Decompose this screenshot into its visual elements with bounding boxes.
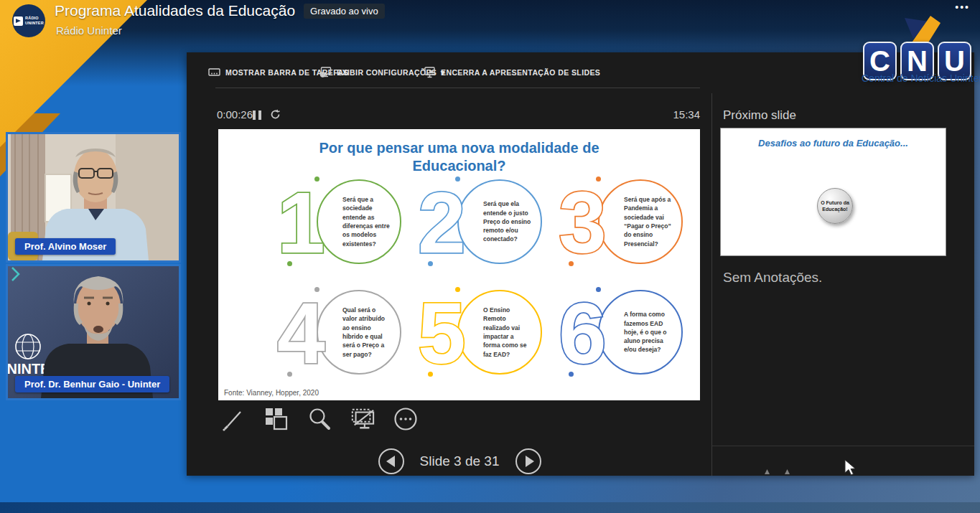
svg-text:2: 2 [418,174,466,270]
black-screen-icon[interactable] [350,405,375,433]
preview-circle-button: O Futuro da Educação! [817,188,853,224]
mouse-cursor [844,459,857,476]
slide-counter: Slide 3 de 31 [406,453,513,469]
preview-slide-title: Desafios ao futuro da Educação... [721,138,946,149]
current-slide: Por que pensar uma nova modalidade de Ed… [218,129,700,400]
presenter-view-window: MOSTRAR BARRA DE TAREFAS EXIBIR CONFIGUR… [187,52,974,476]
next-slide-heading: Próximo slide [723,108,796,123]
radio-logo-text: RÁDIOUNINTER [25,16,44,25]
slide-item-6: A forma como fazemos EAD hoje, é o que o… [559,287,699,379]
svg-text:3: 3 [559,174,607,270]
display-settings-icon [319,67,332,77]
cnu-caption: Central de Notícias Uninter [862,72,980,84]
end-slideshow-button[interactable]: ENCERRA A APRESENTAÇÃO DE SLIDES [424,67,600,77]
webcam-feed-benhur: UNINTER® Prof. Dr. Benhur Gaio - Uninter [6,264,181,400]
elapsed-timer: 0:00:26 [217,108,253,121]
stream-page: RÁDIOUNINTER Programa Atualidades da Edu… [0,0,980,513]
see-all-slides-icon[interactable] [264,405,289,433]
notes-divider [711,446,974,446]
radio-play-icon [14,17,23,26]
current-time: 15:34 [628,108,700,121]
channel-name: Rádio Uninter [56,24,122,37]
svg-text:4: 4 [277,285,325,381]
live-badge: Gravado ao vivo [304,4,385,19]
presenter-tools [221,405,418,433]
previous-slide-button[interactable] [378,448,404,474]
taskbar-icon [208,67,220,77]
next-slide-preview[interactable]: Desafios ao futuro da Educação... O Futu… [720,128,946,256]
next-slide-button[interactable] [515,448,541,474]
slide-title: Por que pensar uma nova modalidade de Ed… [309,139,610,175]
name-tag-alvino: Prof. Alvino Moser [15,238,116,255]
name-tag-benhur: Prof. Dr. Benhur Gaio - Uninter [15,376,169,392]
pen-icon[interactable] [221,405,246,433]
radio-uninter-logo: RÁDIOUNINTER [12,4,45,37]
slide-footnote: Fonte: Vianney, Hopper, 2020 [224,389,319,397]
webcam-feed-alvino: Prof. Alvino Moser [6,132,181,263]
notes-empty-text: Sem Anotações. [723,270,822,286]
clipped-text-fragment [785,469,790,474]
zoom-icon[interactable] [307,405,332,433]
more-menu-icon[interactable]: ••• [955,1,970,13]
slide-item-3: Será que após a Pandemia a sociedade vai… [559,177,699,268]
toolbar-divider [215,88,700,88]
svg-text:5: 5 [418,285,466,381]
panel-divider [711,93,712,476]
slide-item-5: O Ensino Remoto realizado vai impactar a… [418,287,558,379]
bottom-strip [0,502,980,513]
clipped-text-fragment [765,469,770,474]
slide-item-4: Qual será o valor atribuído ao ensino hí… [277,287,417,379]
slide-item-1: Será que a sociedade entende as diferenç… [277,177,417,268]
svg-text:1: 1 [277,174,325,270]
more-options-icon[interactable] [393,405,418,433]
slide-item-2: Será que ela entende o justo Preço do en… [418,177,558,268]
stream-title: Programa Atualidades da Educação [55,2,295,19]
pause-timer-button[interactable] [253,110,261,120]
restart-timer-button[interactable] [270,109,281,123]
end-presentation-icon [424,67,436,77]
svg-text:6: 6 [559,285,607,381]
